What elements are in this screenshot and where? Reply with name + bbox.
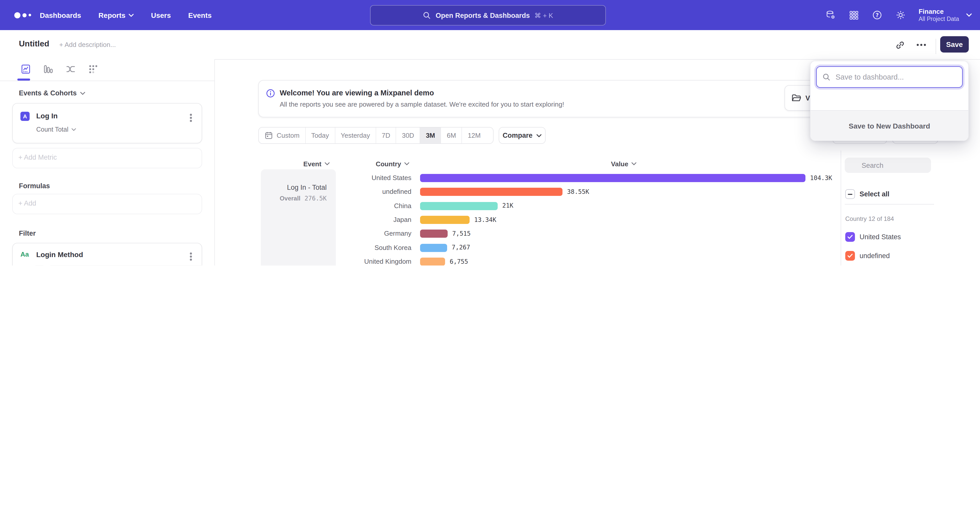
- calendar-icon: [264, 131, 273, 140]
- global-search-placeholder: Open Reports & Dashboards: [436, 11, 530, 19]
- tab-funnels[interactable]: [42, 62, 54, 76]
- bar-label-3: China: [284, 201, 411, 211]
- filter-menu-icon[interactable]: [188, 250, 194, 262]
- filter-property-name[interactable]: Login Method: [36, 250, 83, 258]
- active-tab-indicator: [18, 79, 30, 81]
- more-actions-icon[interactable]: [914, 37, 929, 52]
- add-metric-label: + Add Metric: [18, 154, 57, 161]
- settings-gear-icon[interactable]: [895, 10, 906, 21]
- bar-value-2: 38.55K: [567, 188, 589, 197]
- add-metric-button[interactable]: + Add Metric: [12, 148, 202, 168]
- range-custom[interactable]: Custom: [259, 127, 306, 143]
- range-today[interactable]: Today: [306, 127, 335, 143]
- folder-icon: [791, 93, 801, 103]
- value-column-label: Value: [611, 160, 628, 168]
- bar-label-6: South Korea: [284, 243, 411, 252]
- chevron-down-icon: [80, 92, 86, 95]
- range-3m[interactable]: 3M: [420, 127, 441, 143]
- bar-value-5: 7,515: [452, 230, 471, 238]
- bar-label-2: undefined: [284, 187, 411, 197]
- chevron-down-icon: [129, 14, 134, 17]
- global-search-button[interactable]: Open Reports & Dashboards ⌘ + K: [370, 5, 606, 25]
- bar-label-1: United States: [284, 173, 411, 182]
- tab-flows[interactable]: [64, 62, 76, 76]
- select-all-checkbox[interactable]: [845, 189, 855, 199]
- save-to-new-dashboard-button[interactable]: Save to New Dashboard: [811, 110, 968, 141]
- bar-1[interactable]: [420, 174, 805, 182]
- search-icon: [423, 11, 431, 19]
- event-column-header[interactable]: Event: [286, 159, 347, 168]
- help-icon[interactable]: ?: [872, 10, 882, 21]
- report-type-tabs: [0, 59, 215, 81]
- nav-reports[interactable]: Reports: [99, 11, 134, 19]
- project-switcher[interactable]: Finance All Project Data: [918, 8, 972, 22]
- save-dashboard-search-input[interactable]: [816, 66, 963, 88]
- svg-text:?: ?: [875, 12, 878, 18]
- bar-2[interactable]: [420, 188, 563, 196]
- nav-dashboards[interactable]: Dashboards: [40, 11, 81, 19]
- range-7d[interactable]: 7D: [376, 127, 396, 143]
- retention-grid-icon: [88, 63, 98, 74]
- add-description[interactable]: + Add description...: [59, 41, 116, 48]
- global-search-shortcut: ⌘ + K: [535, 11, 553, 19]
- bar-label-7: United Kingdom: [284, 257, 411, 265]
- nav-users[interactable]: Users: [151, 11, 171, 19]
- range-30d[interactable]: 30D: [396, 127, 420, 143]
- range-6m[interactable]: 6M: [441, 127, 462, 143]
- metric-menu-icon[interactable]: [188, 112, 194, 124]
- legend-divider: [845, 204, 934, 204]
- value-column-header[interactable]: Value: [593, 159, 654, 168]
- country-column-header[interactable]: Country: [362, 159, 423, 168]
- formulas-section-header: Formulas: [19, 182, 50, 190]
- compare-button[interactable]: Compare: [499, 127, 546, 144]
- filter-section-header: Filter: [19, 230, 36, 237]
- search-icon: [822, 73, 830, 81]
- legend-checkbox[interactable]: [845, 251, 855, 260]
- chevron-down-icon: [966, 13, 972, 17]
- bar-4[interactable]: [420, 216, 469, 224]
- nav-right: ? Finance All Project Data: [825, 0, 972, 30]
- bar-value-1: 104.3K: [810, 174, 832, 182]
- info-icon: [266, 89, 275, 98]
- project-scope: All Project Data: [918, 15, 959, 22]
- tab-retention[interactable]: [87, 62, 99, 76]
- data-management-icon[interactable]: [825, 10, 836, 21]
- insights-chart-icon: [20, 63, 31, 74]
- bar-7[interactable]: [420, 258, 445, 265]
- primary-nav: Dashboards Reports Users Events: [40, 0, 212, 30]
- flows-icon: [65, 63, 76, 74]
- save-button[interactable]: Save: [940, 36, 969, 52]
- select-all-label[interactable]: Select all: [859, 189, 889, 199]
- add-formula-button[interactable]: + Add: [12, 194, 202, 214]
- legend-label[interactable]: United States: [859, 232, 901, 241]
- bar-3[interactable]: [420, 202, 498, 210]
- apps-grid-icon[interactable]: [849, 10, 859, 20]
- metric-card-login[interactable]: A Log In Count Total: [12, 103, 202, 143]
- bar-6[interactable]: [420, 244, 447, 252]
- chevron-down-icon: [72, 128, 76, 131]
- tab-insights[interactable]: [19, 62, 32, 76]
- legend-row-undefined[interactable]: undefined: [842, 247, 935, 265]
- view-button-partial-label: V: [805, 94, 810, 102]
- events-section-header[interactable]: Events & Cohorts: [19, 89, 86, 97]
- legend-label[interactable]: undefined: [859, 251, 890, 260]
- query-builder-panel: Events & Cohorts A Log In Count Total + …: [0, 59, 215, 265]
- bar-5[interactable]: [420, 230, 448, 238]
- report-title[interactable]: Untitled: [19, 39, 49, 48]
- legend-checkbox[interactable]: [845, 232, 855, 241]
- copy-link-icon[interactable]: [892, 37, 907, 52]
- mixpanel-logo[interactable]: [14, 0, 31, 30]
- range-12m[interactable]: 12M: [462, 127, 487, 143]
- range-yesterday[interactable]: Yesterday: [335, 127, 376, 143]
- nav-events[interactable]: Events: [188, 11, 212, 19]
- compare-label: Compare: [503, 132, 532, 139]
- legend-row-united-states[interactable]: United States: [842, 228, 935, 246]
- chevron-down-icon: [537, 134, 542, 137]
- chevron-down-icon: [325, 162, 329, 165]
- legend-search-input[interactable]: [845, 158, 931, 173]
- project-name: Finance: [918, 8, 959, 15]
- events-section-label: Events & Cohorts: [19, 89, 77, 97]
- metric-aggregation[interactable]: Count Total: [36, 126, 76, 133]
- filter-card-login-method[interactable]: Aa Login Method = Manual Password: [12, 243, 202, 265]
- metric-name[interactable]: Log In: [36, 112, 58, 120]
